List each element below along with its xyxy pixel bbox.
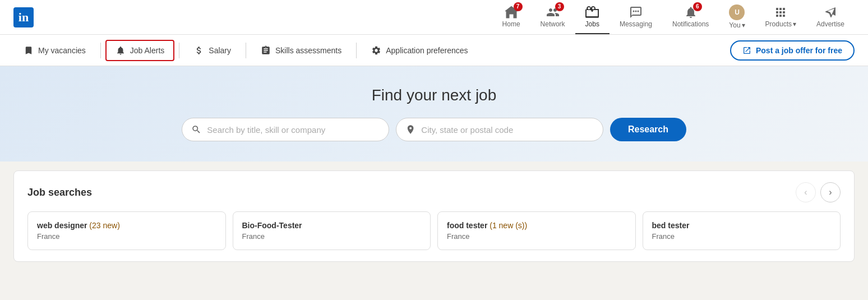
gear-icon <box>371 45 381 56</box>
external-link-icon <box>742 46 751 55</box>
bookmark-icon <box>24 45 34 56</box>
nav-advertise-label: Advertise <box>816 20 844 28</box>
hero-title: Find your next job <box>34 86 834 104</box>
job-alerts-label: Job Alerts <box>130 46 164 55</box>
svg-point-0 <box>632 10 634 12</box>
location-icon <box>405 124 415 135</box>
svg-point-1 <box>635 10 636 12</box>
job-searches-section: Job searches ‹ › web designer (23 new) F… <box>13 170 855 262</box>
messaging-icon <box>629 6 643 19</box>
job-card-location-bed-tester: France <box>652 232 832 241</box>
job-searches-title: Job searches <box>27 187 92 199</box>
avatar: U <box>729 4 745 20</box>
nav-network-label: Network <box>541 20 565 28</box>
nav-separator-1 <box>100 43 101 58</box>
nav-item-home[interactable]: 7 Home <box>492 0 530 34</box>
salary-icon <box>194 45 204 56</box>
job-card-location-bio-food-tester: France <box>242 232 422 241</box>
job-card-location-food-tester: France <box>447 232 626 241</box>
nav-item-notifications[interactable]: 6 Notifications <box>662 0 719 34</box>
location-input[interactable] <box>421 125 594 135</box>
advertise-icon-wrap <box>824 6 837 19</box>
home-icon-wrap: 7 <box>505 6 518 19</box>
title-search-box <box>182 118 389 141</box>
job-card-new-web-designer: (23 new) <box>89 221 120 230</box>
sec-nav-job-alerts[interactable]: Job Alerts <box>105 40 174 61</box>
nav-items: 7 Home 3 Network Jobs Messaging <box>492 0 855 34</box>
skills-label: Skills assessments <box>275 46 341 55</box>
carousel-controls: ‹ › <box>796 182 841 202</box>
advertise-icon <box>824 6 837 19</box>
nav-notifications-label: Notifications <box>672 20 709 28</box>
clipboard-icon <box>261 45 271 56</box>
sec-nav-app-preferences[interactable]: Application preferences <box>361 40 478 61</box>
network-icon-wrap: 3 <box>546 6 560 19</box>
notifications-icon-wrap: 6 <box>684 6 698 19</box>
nav-messaging-label: Messaging <box>620 20 652 28</box>
job-card-title-web-designer: web designer (23 new) <box>37 221 216 230</box>
job-card-food-tester[interactable]: food tester (1 new (s)) France <box>437 211 636 250</box>
nav-home-label: Home <box>502 20 520 28</box>
nav-separator-2 <box>179 43 179 58</box>
sec-nav-salary[interactable]: Salary <box>184 40 241 61</box>
svg-point-2 <box>637 10 639 12</box>
job-card-bio-food-tester[interactable]: Bio-Food-Tester France <box>233 211 431 250</box>
search-input[interactable] <box>207 125 380 135</box>
nav-separator-4 <box>356 43 357 58</box>
job-card-title-bio-food-tester: Bio-Food-Tester <box>242 221 422 230</box>
my-vacancies-label: My vacancies <box>38 46 86 55</box>
you-chevron-icon: ▾ <box>742 21 745 29</box>
nav-products-label: Products ▾ <box>765 20 796 28</box>
sec-nav-my-vacancies[interactable]: My vacancies <box>13 40 96 61</box>
nav-you-label: You ▾ <box>729 21 745 29</box>
carousel-next-button[interactable]: › <box>820 182 841 202</box>
network-badge: 3 <box>555 2 564 11</box>
you-icon-wrap: U <box>729 4 745 20</box>
carousel-prev-button[interactable]: ‹ <box>796 182 816 202</box>
post-job-button[interactable]: Post a job offer for free <box>730 40 855 61</box>
products-icon-wrap <box>774 6 787 19</box>
jobs-icon-wrap <box>585 6 599 19</box>
jobs-icon <box>585 6 599 19</box>
job-card-title-bed-tester: bed tester <box>652 221 832 230</box>
bell-icon <box>116 45 126 56</box>
location-search-box <box>396 118 603 141</box>
nav-item-network[interactable]: 3 Network <box>530 0 575 34</box>
app-preferences-label: Application preferences <box>386 46 468 55</box>
sec-nav-skills[interactable]: Skills assessments <box>251 40 352 61</box>
hero-section: Find your next job Research <box>0 66 868 161</box>
post-job-label: Post a job offer for free <box>756 46 842 55</box>
nav-item-products[interactable]: Products ▾ <box>755 0 806 34</box>
job-card-title-food-tester: food tester (1 new (s)) <box>447 221 626 230</box>
nav-item-you[interactable]: U You ▾ <box>719 0 755 34</box>
products-grid-icon <box>774 6 787 19</box>
products-chevron-icon: ▾ <box>793 20 796 28</box>
job-searches-header: Job searches ‹ › <box>27 182 841 202</box>
job-card-bed-tester[interactable]: bed tester France <box>643 211 841 250</box>
messaging-icon-wrap <box>629 6 643 19</box>
job-cards-container: web designer (23 new) France Bio-Food-Te… <box>27 211 841 250</box>
salary-label: Salary <box>209 46 231 55</box>
navbar: in 7 Home 3 Network Jobs <box>0 0 868 35</box>
home-badge: 7 <box>514 2 523 11</box>
search-icon <box>191 124 201 135</box>
job-card-new-food-tester: (1 new (s)) <box>490 221 527 230</box>
nav-item-messaging[interactable]: Messaging <box>610 0 662 34</box>
job-card-web-designer[interactable]: web designer (23 new) France <box>27 211 226 250</box>
nav-item-jobs[interactable]: Jobs <box>575 0 610 34</box>
hero-search-container: Research <box>182 118 686 141</box>
notifications-badge: 6 <box>693 2 702 11</box>
nav-separator-3 <box>246 43 246 58</box>
job-card-location-web-designer: France <box>37 232 216 241</box>
nav-jobs-label: Jobs <box>585 20 599 28</box>
research-button[interactable]: Research <box>610 118 686 141</box>
nav-item-advertise[interactable]: Advertise <box>806 0 855 34</box>
linkedin-logo[interactable]: in <box>13 7 34 27</box>
secondary-nav: My vacancies Job Alerts Salary Skills as… <box>0 35 868 66</box>
